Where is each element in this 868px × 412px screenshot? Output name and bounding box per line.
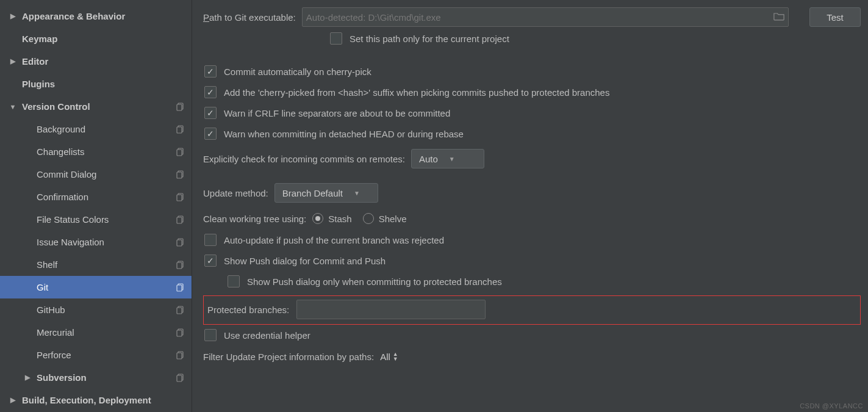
sidebar-item-label: Background [37,124,176,134]
sidebar-item-appearance-behavior[interactable]: ▶ Appearance & Behavior [0,5,192,27]
svg-rect-23 [177,353,182,359]
protected-branches-input[interactable] [296,300,486,319]
checkbox-auto-update-push[interactable] [204,234,217,246]
sidebar-item-github[interactable]: GitHub [0,298,192,321]
checkbox-cherry-suffix[interactable] [204,86,217,98]
sidebar-item-build-execution-deployment[interactable]: ▶ Build, Execution, Deployment [0,389,192,411]
sort-arrows-icon: ▲▼ [393,352,398,361]
select-value: Auto [419,154,438,164]
sidebar-item-label: Changelists [37,146,176,157]
sidebar-item-label: Commit Dialog [37,169,176,179]
sidebar-item-perforce[interactable]: Perforce [0,344,192,366]
checkbox-set-path-current-project[interactable] [330,32,342,45]
sidebar-item-label: Confirmation [37,192,176,202]
sidebar-item-label: Version Control [22,101,176,112]
sidebar-item-editor[interactable]: ▶ Editor [0,50,192,73]
sidebar-item-label: Mercurial [37,327,176,338]
sidebar-item-label: GitHub [37,305,176,315]
checkbox-label: Commit automatically on cherry-pick [224,67,371,77]
project-scope-icon [176,148,185,156]
radio-label: Shelve [379,214,407,224]
project-scope-icon [176,238,185,247]
checkbox-label: Use credential helper [224,330,310,341]
project-scope-icon [176,193,185,201]
radio-off-icon [363,213,374,224]
sidebar-item-label: Build, Execution, Deployment [22,395,185,405]
sidebar-item-mercurial[interactable]: Mercurial [0,321,192,344]
project-scope-icon [176,261,185,269]
explicit-check-select[interactable]: Auto ▼ [411,149,484,168]
sidebar-item-keymap[interactable]: Keymap [0,27,192,50]
radio-label: Stash [328,214,351,224]
sidebar-item-background[interactable]: Background [0,118,192,140]
sidebar-item-confirmation[interactable]: Confirmation [0,186,192,208]
filter-update-value: All [380,352,390,362]
folder-open-icon[interactable] [770,12,784,23]
sidebar-item-file-status-colors[interactable]: File Status Colors [0,208,192,231]
explicit-check-label: Explicitly check for incoming commits on… [203,154,405,164]
svg-rect-9 [177,195,182,201]
checkbox-crlf-warn[interactable] [204,107,217,119]
svg-rect-25 [177,375,182,381]
checkbox-label: Warn when committing in detached HEAD or… [224,129,464,139]
checkbox-label: Show Push dialog only when committing to… [247,276,502,287]
checkbox-label: Warn if CRLF line separators are about t… [224,108,450,118]
chevron-down-icon: ▼ [9,103,17,110]
button-label: Test [827,12,844,23]
sidebar-item-plugins[interactable]: Plugins [0,73,192,95]
filter-update-label: Filter Update Project information by pat… [203,352,374,362]
checkbox-label: Add the 'cherry-picked from <hash>' suff… [224,87,609,98]
update-method-select[interactable]: Branch Default ▼ [274,183,378,203]
project-scope-icon [176,283,185,292]
chevron-down-icon: ▼ [354,190,360,197]
chevron-right-icon: ▶ [9,396,17,404]
sidebar-item-git[interactable]: Git [0,276,192,298]
checkbox-show-push-protected[interactable] [228,275,240,287]
svg-rect-13 [177,240,182,246]
clean-tree-label: Clean working tree using: [203,214,306,224]
checkbox-label: Set this path only for the current proje… [350,34,509,44]
chevron-right-icon: ▶ [23,374,32,381]
radio-stash[interactable]: Stash [312,213,351,224]
checkbox-credential-helper[interactable] [204,329,217,341]
git-path-label: Path to Git executable: [203,12,296,23]
filter-update-value-dropdown[interactable]: All ▲▼ [380,352,398,362]
svg-rect-19 [177,308,182,314]
clean-tree-radio-group: Stash Shelve [312,213,406,224]
update-method-label: Update method: [203,188,268,198]
sidebar-item-label: Subversion [37,372,176,383]
watermark-text: CSDN @XYLANCC [800,402,863,410]
project-scope-icon [176,215,185,224]
radio-shelve[interactable]: Shelve [363,213,407,224]
sidebar-item-label: Perforce [37,350,176,360]
svg-rect-3 [177,127,182,133]
sidebar-item-commit-dialog[interactable]: Commit Dialog [0,163,192,186]
svg-rect-17 [177,285,182,291]
sidebar-item-shelf[interactable]: Shelf [0,253,192,276]
svg-rect-15 [177,262,182,269]
project-scope-icon [176,170,185,179]
svg-rect-21 [177,330,182,336]
test-button[interactable]: Test [809,7,861,27]
chevron-down-icon: ▼ [449,156,455,162]
sidebar-item-issue-navigation[interactable]: Issue Navigation [0,231,192,253]
sidebar-item-label: Appearance & Behavior [22,11,185,21]
checkbox-commit-cherry-pick[interactable] [204,65,217,78]
sidebar-item-label: Editor [22,56,185,67]
svg-rect-7 [177,172,182,178]
sidebar-item-label: Keymap [22,34,185,44]
project-scope-icon [176,374,185,382]
settings-sidebar: ▶ Appearance & Behavior Keymap ▶ Editor … [0,0,192,412]
checkbox-detached-warn[interactable] [204,128,217,140]
checkbox-label: Show Push dialog for Commit and Push [224,256,386,266]
radio-on-icon [312,213,323,224]
sidebar-item-label: File Status Colors [37,214,176,225]
checkbox-show-push-dialog[interactable] [204,255,217,267]
chevron-right-icon: ▶ [9,12,17,20]
sidebar-item-label: Git [37,282,176,292]
sidebar-item-changelists[interactable]: Changelists [0,140,192,163]
git-path-input[interactable]: Auto-detected: D:\Git\cmd\git.exe [302,7,789,27]
sidebar-item-subversion[interactable]: ▶ Subversion [0,366,192,389]
sidebar-item-version-control[interactable]: ▼ Version Control [0,95,192,118]
chevron-right-icon: ▶ [9,57,17,65]
